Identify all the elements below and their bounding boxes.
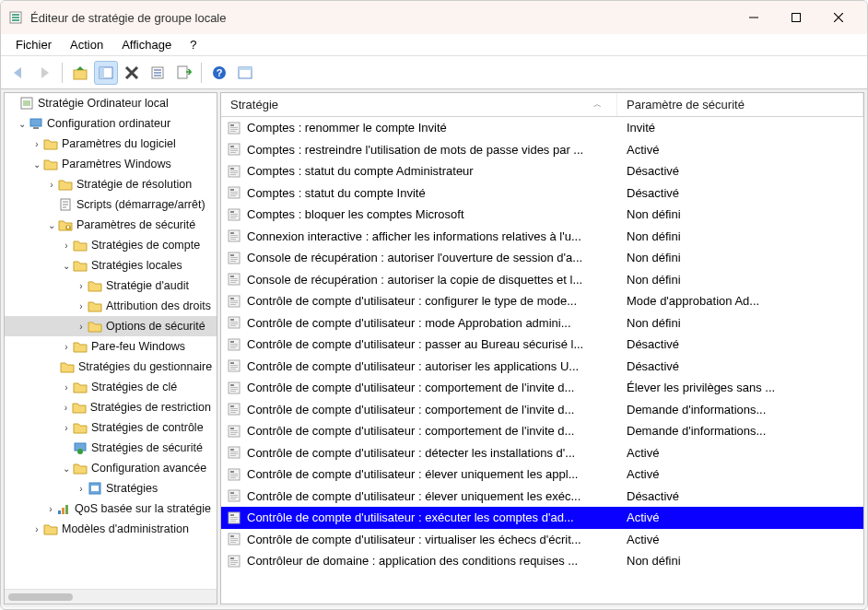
- tree-item[interactable]: ›Pare-feu Windows: [5, 336, 217, 357]
- svg-rect-79: [230, 302, 238, 303]
- tree-item[interactable]: ⌄Stratégies locales: [5, 255, 217, 276]
- expander-icon[interactable]: ⌄: [16, 119, 29, 129]
- tree-item[interactable]: ›Paramètres du logiciel: [5, 134, 217, 154]
- expander-icon[interactable]: ›: [60, 403, 72, 413]
- tree-item[interactable]: ⌄Paramètres Windows: [5, 154, 217, 174]
- tree-item[interactable]: ›Stratégies de restriction: [5, 397, 217, 417]
- tree-item[interactable]: Stratégies du gestionnaire: [5, 357, 217, 377]
- table-row[interactable]: Comptes : bloquer les comptes MicrosoftN…: [221, 204, 863, 226]
- column-header-param[interactable]: Paramètre de sécurité: [617, 93, 863, 116]
- svg-rect-130: [230, 521, 236, 522]
- list-body[interactable]: Comptes : renommer le compte InvitéInvit…: [221, 117, 863, 604]
- expander-icon[interactable]: ›: [45, 504, 56, 514]
- policy-item-icon: [227, 358, 241, 373]
- table-row[interactable]: Contrôle de compte d'utilisateur : passe…: [221, 334, 863, 356]
- tree-label: Stratégies de restriction: [90, 401, 211, 414]
- expander-icon[interactable]: ⌄: [60, 463, 73, 474]
- table-row[interactable]: Contrôleur de domaine : application des …: [221, 550, 863, 572]
- table-row[interactable]: Contrôle de compte d'utilisateur : confi…: [221, 290, 863, 312]
- tree-item[interactable]: ⌄Paramètres de sécurité: [5, 215, 217, 235]
- table-row[interactable]: Contrôle de compte d'utilisateur : autor…: [221, 356, 863, 378]
- row-strategy-label: Console de récupération : autoriser la c…: [247, 273, 582, 287]
- export-button[interactable]: [171, 61, 195, 85]
- table-row[interactable]: Contrôle de compte d'utilisateur : virtu…: [221, 529, 863, 551]
- back-button[interactable]: [6, 61, 30, 85]
- maximize-button[interactable]: [775, 3, 817, 32]
- table-row[interactable]: Console de récupération : autoriser l'ou…: [221, 247, 863, 269]
- expander-icon[interactable]: ›: [75, 484, 88, 494]
- tree-item[interactable]: ›Attribution des droits: [5, 296, 217, 316]
- expander-icon[interactable]: ›: [75, 301, 88, 311]
- expander-icon[interactable]: ›: [60, 240, 73, 251]
- table-row[interactable]: Contrôle de compte d'utilisateur : éleve…: [221, 463, 863, 486]
- table-row[interactable]: Comptes : statut du compte InvitéDésacti…: [221, 182, 863, 205]
- tree-item[interactable]: ›Stratégies: [5, 478, 217, 499]
- svg-rect-112: [230, 449, 234, 451]
- tree-item[interactable]: ›QoS basée sur la stratégie: [5, 499, 217, 519]
- help-button[interactable]: ?: [207, 61, 231, 85]
- menu-view[interactable]: Affichage: [112, 36, 181, 53]
- tree-item[interactable]: ›Stratégie de résolution: [5, 174, 217, 194]
- tree-item-options-security[interactable]: ›Options de sécurité: [5, 316, 217, 336]
- svg-rect-10: [100, 67, 104, 78]
- tree-item[interactable]: ⌄Configuration avancée: [5, 458, 217, 478]
- svg-rect-48: [230, 170, 238, 171]
- table-row[interactable]: Console de récupération : autoriser la c…: [221, 269, 863, 291]
- expander-icon[interactable]: ›: [60, 342, 73, 352]
- show-hide-tree-button[interactable]: [94, 61, 118, 85]
- menu-action[interactable]: Action: [61, 36, 112, 53]
- tree-item[interactable]: Stratégies de sécurité: [5, 438, 217, 458]
- table-row[interactable]: Comptes : renommer le compte InvitéInvit…: [221, 117, 863, 139]
- tree-label: Pare-feu Windows: [91, 340, 185, 353]
- tree-item[interactable]: ›Stratégies de contrôle: [5, 417, 217, 438]
- table-row[interactable]: Connexion interactive : afficher les inf…: [221, 226, 863, 248]
- svg-rect-59: [230, 216, 238, 217]
- expander-icon[interactable]: ›: [30, 524, 43, 534]
- tree-config-computer[interactable]: ⌄ Configuration ordinateur: [5, 113, 217, 134]
- table-row[interactable]: Contrôle de compte d'utilisateur : éleve…: [221, 486, 863, 508]
- table-row[interactable]: Contrôle de compte d'utilisateur : mode …: [221, 312, 863, 334]
- expander-icon[interactable]: ›: [75, 322, 88, 332]
- forward-button[interactable]: [32, 61, 56, 85]
- expander-icon[interactable]: ⌄: [30, 159, 43, 170]
- navigation-tree[interactable]: Stratégie Ordinateur local ⌄ Configurati…: [5, 93, 217, 589]
- svg-rect-70: [230, 261, 236, 262]
- expander-icon[interactable]: ›: [30, 139, 43, 149]
- table-row[interactable]: Comptes : statut du compte Administrateu…: [221, 160, 863, 182]
- column-header-strategy[interactable]: Stratégie ︿: [221, 93, 617, 116]
- expander-icon[interactable]: ⌄: [60, 261, 73, 271]
- expander-icon[interactable]: ›: [60, 423, 73, 433]
- svg-rect-133: [230, 538, 238, 539]
- svg-rect-140: [230, 564, 236, 565]
- table-row[interactable]: Contrôle de compte d'utilisateur : compo…: [221, 420, 863, 442]
- tree-item[interactable]: ›Modèles d'administration: [5, 519, 217, 539]
- expander-icon[interactable]: ›: [60, 382, 73, 393]
- table-row[interactable]: Contrôle de compte d'utilisateur : compo…: [221, 377, 863, 399]
- tree-item[interactable]: ›Stratégies de clé: [5, 377, 217, 397]
- properties-button[interactable]: [146, 61, 170, 85]
- table-row[interactable]: Contrôle de compte d'utilisateur : détec…: [221, 442, 863, 464]
- close-button[interactable]: [817, 3, 860, 32]
- refresh-button[interactable]: [233, 61, 257, 85]
- tree-item[interactable]: ›Stratégie d'audit: [5, 276, 217, 296]
- menu-file[interactable]: Fichier: [6, 36, 61, 53]
- expander-icon[interactable]: ›: [75, 281, 88, 291]
- svg-rect-16: [154, 75, 161, 76]
- expander-icon[interactable]: ›: [45, 180, 58, 190]
- folder-icon: [73, 461, 88, 475]
- row-strategy-label: Contrôle de compte d'utilisateur : passe…: [247, 337, 583, 351]
- tree-item[interactable]: ›Stratégies de compte: [5, 235, 217, 255]
- horizontal-scrollbar[interactable]: [5, 589, 217, 604]
- table-row[interactable]: Comptes : restreindre l'utilisation de m…: [221, 139, 863, 161]
- delete-button[interactable]: [120, 61, 144, 85]
- minimize-button[interactable]: [733, 3, 775, 32]
- up-button[interactable]: [68, 61, 92, 85]
- expander-icon[interactable]: ⌄: [45, 220, 58, 230]
- tree-item[interactable]: Scripts (démarrage/arrêt): [5, 194, 217, 215]
- tree-root[interactable]: Stratégie Ordinateur local: [5, 93, 217, 113]
- table-row[interactable]: Contrôle de compte d'utilisateur : compo…: [221, 399, 863, 421]
- app-icon: [8, 10, 23, 25]
- svg-rect-102: [230, 405, 234, 407]
- menu-help[interactable]: ?: [181, 36, 205, 53]
- table-row[interactable]: Contrôle de compte d'utilisateur : exécu…: [221, 507, 863, 529]
